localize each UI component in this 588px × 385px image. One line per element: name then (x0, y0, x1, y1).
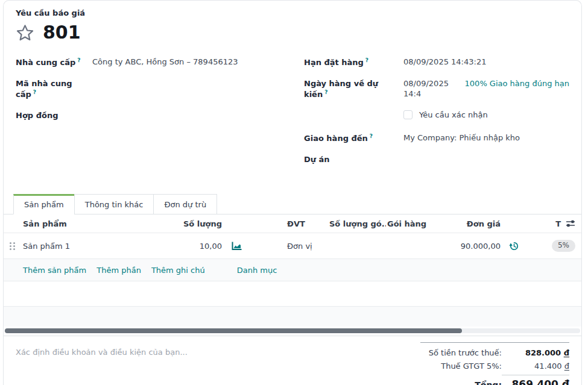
order-deadline-value[interactable]: 08/09/2025 14:43:21 (394, 57, 569, 67)
deliver-to-value[interactable]: My Company: Phiếu nhập kho (394, 133, 569, 143)
help-icon: ? (324, 89, 327, 95)
project-value[interactable] (394, 154, 569, 164)
doc-number[interactable]: 801 (43, 23, 81, 42)
col-header-package-qty[interactable]: Số lượng gó... (328, 219, 386, 228)
total-amount-value: 869.400 (511, 378, 558, 385)
add-section-link[interactable]: Thêm phần (96, 266, 141, 275)
vendor-reference-value[interactable] (92, 78, 286, 89)
horizontal-scrollbar[interactable] (5, 328, 580, 333)
help-icon: ? (370, 133, 373, 139)
col-header-quantity[interactable]: Số lượng (157, 219, 222, 228)
tax-amount-row: Thuế GTGT 5%: 41.400 đ (420, 362, 569, 371)
agreement-label: Hợp đồng (16, 111, 58, 120)
tab-other-information[interactable]: Thông tin khác (74, 194, 154, 214)
price-history-icon[interactable] (501, 241, 527, 251)
add-note-link[interactable]: Thêm ghi chú (151, 266, 205, 275)
field-order-deadline: Hạn đặt hàng? 08/09/2025 14:43:21 (304, 57, 569, 68)
help-icon: ? (33, 89, 36, 95)
tab-draft-orders[interactable]: Đơn dự trù (153, 194, 217, 214)
field-expected-arrival: Ngày hàng về dự kiến? 08/09/2025 14:4 10… (304, 78, 569, 100)
tab-products[interactable]: Sản phẩm (13, 194, 75, 214)
table-header-row: Sản phẩm Số lượng ĐVT Số lượng gó... Gói… (4, 214, 581, 233)
favorite-star-icon[interactable] (16, 23, 34, 42)
totals-panel: Số tiền trước thuế: 828.000 đ Thuế GTGT … (420, 342, 569, 385)
doc-type-label: Yêu cầu báo giá (16, 8, 569, 17)
form-fields: Nhà cung cấp? Công ty ABC, Hồng Sơn – 78… (16, 57, 569, 175)
order-line-row: Sản phẩm 1 10,00 Đơn vị 90.000,00 (4, 233, 581, 259)
form-footer: Xác định điều khoản và điều kiện của bạn… (4, 336, 581, 385)
rfq-form-sheet: Yêu cầu báo giá 801 Nhà cung cấp? Công t… (3, 0, 582, 385)
agreement-value[interactable] (92, 110, 286, 121)
field-vendor: Nhà cung cấp? Công ty ABC, Hồng Sơn – 78… (16, 57, 286, 68)
untaxed-amount-value: 828.000 (525, 348, 561, 357)
on-time-rate-link[interactable]: 100% Giao hàng đúng hạn (465, 78, 569, 89)
table-action-links: Thêm sản phẩm Thêm phần Thêm ghi chú Dan… (4, 259, 581, 281)
cell-unit-price[interactable]: 90.000,00 (443, 242, 501, 251)
project-label: Dự án (304, 155, 330, 164)
vendor-label: Nhà cung cấp (16, 58, 75, 67)
untaxed-amount-row: Số tiền trước thuế: 828.000 đ (420, 348, 569, 357)
expected-arrival-label: Ngày hàng về dự kiến (304, 79, 378, 99)
cell-uom[interactable]: Đơn vị (282, 242, 328, 251)
currency-symbol: đ (564, 348, 569, 357)
col-header-uom[interactable]: ĐVT (282, 219, 328, 228)
untaxed-amount-label: Số tiền trước thuế: (429, 348, 502, 357)
currency-symbol: đ (562, 378, 569, 385)
help-icon: ? (77, 57, 80, 63)
terms-placeholder[interactable]: Xác định điều khoản và điều kiện của bạn… (16, 342, 188, 357)
field-vendor-reference: Mã nhà cung cấp? (16, 78, 286, 100)
cell-product[interactable]: Sản phẩm 1 (21, 242, 157, 251)
total-amount-label: Tổng: (475, 380, 502, 385)
field-project: Dự án (304, 154, 569, 165)
col-header-unit-price[interactable]: Đơn giá (443, 219, 501, 228)
deliver-to-label: Giao hàng đến (304, 134, 368, 143)
expected-arrival-value[interactable]: 08/09/2025 14:4 (403, 78, 455, 99)
vendor-value[interactable]: Công ty ABC, Hồng Sơn – 789456123 (92, 57, 286, 67)
total-amount-row: Tổng: 869.400 đ (420, 375, 569, 385)
tax-badge[interactable]: 5% (552, 240, 575, 252)
confirmation-label: Yêu cầu xác nhận (419, 110, 488, 119)
scrollbar-thumb[interactable] (5, 328, 462, 333)
tax-amount-label: Thuế GTGT 5%: (441, 362, 502, 371)
catalog-link[interactable]: Danh mục (237, 266, 277, 275)
col-header-tax[interactable]: T (555, 219, 561, 228)
add-product-link[interactable]: Thêm sản phẩm (23, 266, 86, 275)
col-header-product[interactable]: Sản phẩm (21, 219, 157, 228)
help-icon: ? (365, 57, 368, 63)
empty-row (4, 281, 581, 307)
drag-handle[interactable] (4, 242, 21, 250)
field-agreement: Hợp đồng (16, 110, 286, 121)
cell-quantity[interactable]: 10,00 (157, 242, 222, 251)
forecast-chart-icon[interactable] (222, 242, 282, 251)
field-deliver-to: Giao hàng đến? My Company: Phiếu nhập kh… (304, 133, 569, 144)
order-deadline-label: Hạn đặt hàng (304, 58, 364, 67)
confirmation-checkbox[interactable] (403, 110, 413, 119)
notebook-tabs: Sản phẩm Thông tin khác Đơn dự trù (4, 194, 581, 214)
field-receipt-confirmation: Yêu cầu xác nhận (304, 110, 569, 121)
tax-amount-value: 41.400 (534, 362, 562, 371)
optional-columns-icon[interactable] (566, 219, 575, 228)
col-header-package[interactable]: Gói hàng (386, 219, 443, 228)
vendor-reference-label: Mã nhà cung cấp (16, 79, 72, 99)
empty-row (4, 307, 581, 327)
currency-symbol: đ (564, 362, 569, 371)
order-lines-table: Sản phẩm Số lượng ĐVT Số lượng gó... Gói… (4, 214, 581, 336)
